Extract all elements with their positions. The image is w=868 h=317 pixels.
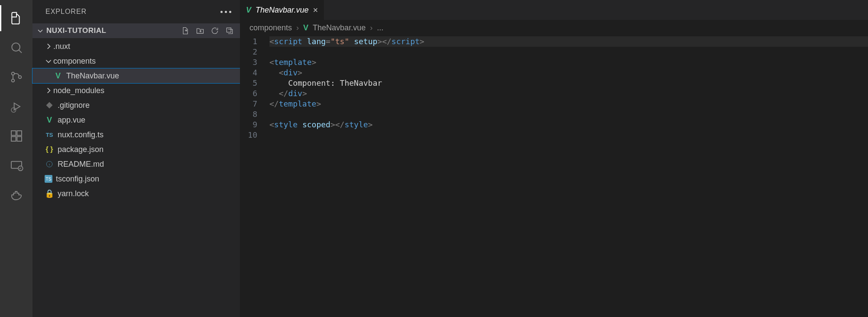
tab-active[interactable]: TheNavbar.vue × [240,0,324,20]
file-item[interactable]: { }package.json [32,142,240,157]
activity-source-control[interactable] [0,64,32,90]
chevron-right-icon: › [370,23,372,32]
project-header[interactable]: NUXI-TUTORIAL [32,23,240,38]
git-icon [45,100,54,110]
activity-extensions[interactable] [0,123,32,149]
file-item[interactable]: 🔒yarn.lock [32,186,240,201]
collapse-icon[interactable] [225,26,234,35]
code-line[interactable] [269,47,868,57]
lock-icon: 🔒 [45,189,54,198]
activity-docker[interactable] [0,182,32,208]
tab-title: TheNavbar.vue [256,6,308,15]
code-content[interactable]: <script lang="ts" setup></script> <templ… [269,36,868,317]
file-item[interactable]: README.md [32,157,240,171]
code-line[interactable]: <style scoped></style> [269,120,868,130]
svg-point-2 [11,79,14,82]
svg-rect-7 [17,136,22,141]
vue-icon [53,71,63,81]
explorer-sidebar: EXPLORER NUXI-TUTORIAL .nuxtcomponentsTh… [32,0,240,317]
tree-item-label: node_modules [53,86,104,95]
close-icon[interactable]: × [313,5,318,15]
tree-item-label: .nuxt [53,42,70,51]
tree-item-label: TheNavbar.vue [66,71,119,81]
code-line[interactable]: <script lang="ts" setup></script> [269,36,868,47]
svg-point-4 [11,108,16,113]
tree-item-label: nuxt.config.ts [58,130,104,139]
json-icon: { } [45,145,54,154]
file-item[interactable]: TheNavbar.vue [32,68,240,83]
vue-icon [246,6,251,15]
folder-item[interactable]: .nuxt [32,39,240,54]
breadcrumb-part[interactable]: TheNavbar.vue [313,23,366,32]
chevron-icon [45,57,52,65]
code-line[interactable]: <template> [269,57,868,68]
new-folder-icon[interactable] [196,26,204,35]
svg-rect-5 [11,131,16,136]
activity-explorer[interactable] [0,5,32,31]
svg-point-0 [12,43,20,51]
chevron-down-icon [37,27,44,34]
tree-item-label: components [53,57,96,66]
svg-rect-6 [11,136,16,141]
vue-icon [45,115,54,125]
code-editor[interactable]: 12345678910 <script lang="ts" setup></sc… [240,36,868,317]
tree-item-label: README.md [58,160,104,169]
tree-item-label: yarn.lock [58,189,89,198]
explorer-title: EXPLORER [45,8,87,16]
tree-item-label: package.json [58,145,104,154]
file-item[interactable]: TSnuxt.config.ts [32,127,240,142]
code-line[interactable]: </div> [269,88,868,99]
svg-point-1 [11,72,14,75]
file-tree: .nuxtcomponentsTheNavbar.vuenode_modules… [32,38,240,202]
info-icon [45,159,54,169]
activity-remote[interactable] [0,152,32,178]
folder-item[interactable]: node_modules [32,83,240,98]
code-line[interactable] [269,130,868,140]
tsconfig-icon: TS [45,175,52,183]
tree-item-label: tsconfig.json [56,175,99,184]
code-line[interactable]: Component: TheNavbar [269,78,868,88]
code-line[interactable] [269,109,868,120]
activity-search[interactable] [0,35,32,61]
vue-icon [303,23,308,32]
svg-rect-11 [227,28,231,32]
chevron-icon [45,42,52,50]
chevron-icon [45,87,52,94]
ts-icon: TS [45,130,54,139]
breadcrumb-part[interactable]: ... [377,23,383,32]
editor-area: TheNavbar.vue × components › TheNavbar.v… [240,0,868,317]
file-item[interactable]: app.vue [32,113,240,127]
code-line[interactable]: </template> [269,99,868,109]
new-file-icon[interactable] [181,26,190,35]
breadcrumb-part[interactable]: components [249,23,292,32]
refresh-icon[interactable] [211,26,219,35]
file-item[interactable]: .gitignore [32,98,240,113]
folder-item[interactable]: components [32,54,240,68]
activity-debug[interactable] [0,94,32,120]
explorer-header: EXPLORER [32,0,240,23]
line-gutter: 12345678910 [240,36,269,317]
tree-item-label: app.vue [58,116,85,125]
breadcrumbs[interactable]: components › TheNavbar.vue › ... [240,20,868,36]
tab-bar: TheNavbar.vue × [240,0,868,20]
tree-item-label: .gitignore [58,101,90,110]
code-line[interactable]: <div> [269,68,868,78]
svg-rect-8 [17,131,22,136]
project-name: NUXI-TUTORIAL [46,26,106,35]
explorer-more-icon[interactable] [220,11,231,13]
svg-point-3 [18,76,21,79]
file-item[interactable]: TStsconfig.json [32,171,240,186]
chevron-right-icon: › [296,23,299,32]
activity-bar [0,0,32,317]
